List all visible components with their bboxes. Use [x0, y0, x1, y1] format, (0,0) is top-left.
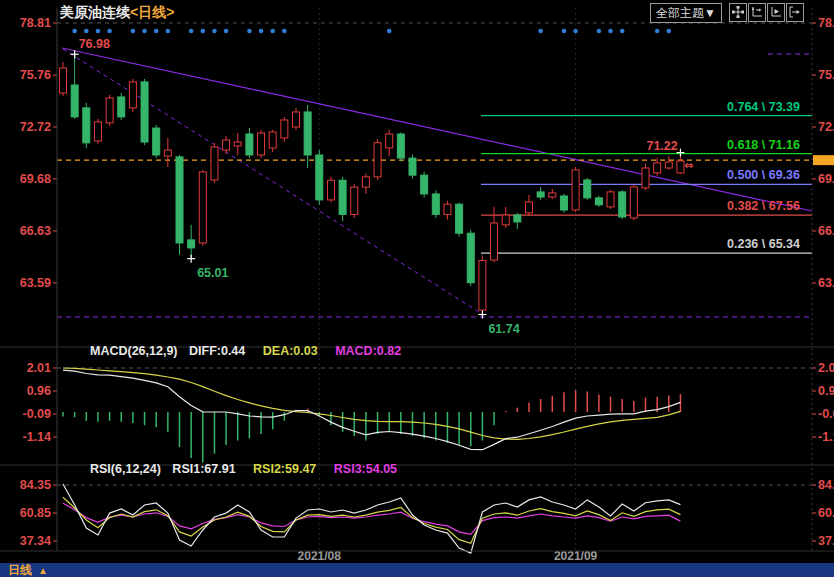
signal-dot	[597, 29, 602, 34]
pan-tool-button[interactable]	[729, 3, 747, 22]
candle-body	[223, 140, 230, 150]
candle-body	[246, 134, 253, 155]
candle-body	[386, 134, 393, 148]
candle-body	[584, 180, 591, 198]
signal-dot	[620, 29, 625, 34]
macd-macd-value: MACD:0.82	[335, 344, 401, 358]
candle-body	[94, 122, 101, 141]
axis-label-right: -1.14	[818, 430, 834, 444]
bottom-status-bar: 日线▲	[0, 563, 834, 577]
signal-dot	[84, 29, 89, 34]
rsi2-value: RSI2:59.47	[253, 462, 316, 476]
candle-body	[630, 187, 637, 218]
candle-body	[339, 180, 346, 214]
price-annotation: 61.74	[488, 322, 519, 336]
signal-dot	[224, 29, 229, 34]
signal-dot	[270, 29, 275, 34]
compress-time-axis-button[interactable]	[748, 3, 766, 22]
candle-body	[188, 240, 195, 248]
axis-label-left: -1.14	[23, 430, 52, 444]
candle-body	[444, 204, 451, 214]
rsi2-line	[63, 497, 680, 543]
candle-body	[595, 198, 602, 205]
signal-dot	[562, 29, 567, 34]
macd-diff-value: DIFF:0.44	[189, 344, 245, 358]
rsi1-line	[63, 484, 680, 553]
fib-label: 0.618 \ 71.16	[727, 138, 800, 152]
candle-body	[211, 147, 218, 180]
macd-label-row: MACD(26,12,9) DIFF:0.44 DEA:0.03 MACD:0.…	[90, 344, 401, 358]
double-arrow-marker: ⇔	[684, 159, 693, 172]
macd-dea-value: DEA:0.03	[263, 344, 318, 358]
themes-dropdown-button[interactable]: 全部主题▼	[650, 3, 722, 23]
signal-dot	[667, 29, 672, 34]
period-tab-daily[interactable]: 日线▲	[8, 563, 48, 577]
axis-label-right: 37.34	[818, 534, 834, 548]
axis-label-left: 84.35	[20, 478, 51, 492]
candle-body	[234, 142, 241, 146]
pan-tool-icon	[732, 6, 744, 18]
candle-body	[572, 170, 579, 210]
axis-label-right: 60.85	[818, 506, 834, 520]
axis-label-right: 2.01	[818, 361, 834, 375]
candle-body	[549, 193, 556, 197]
signal-dot	[573, 29, 578, 34]
axis-label-right: 66.63	[818, 224, 834, 238]
expand-time-axis-button[interactable]	[767, 3, 785, 22]
axis-label-right: 0.96	[818, 384, 834, 398]
price-annotation: 76.98	[79, 37, 110, 51]
candle-body	[258, 133, 265, 155]
candle-body	[560, 196, 567, 210]
candle-body	[421, 175, 428, 194]
candle-body	[374, 143, 381, 177]
candle-body	[677, 161, 684, 173]
price-annotation: 65.01	[197, 266, 228, 280]
period-tab-label: 日线	[8, 563, 32, 577]
candle-body	[304, 112, 311, 155]
axis-label-left: 75.76	[20, 68, 51, 82]
signal-dot	[154, 29, 159, 34]
chevron-up-icon: ▲	[38, 565, 48, 576]
jump-latest-icon	[789, 6, 801, 18]
candle-body	[71, 85, 78, 117]
rsi-params-label: RSI(6,12,24)	[90, 462, 161, 476]
candle-body	[607, 192, 614, 207]
candle-body	[351, 187, 358, 214]
axis-label-right: -0.09	[818, 407, 834, 421]
axis-label-right: 84.35	[818, 478, 834, 492]
candle-body	[164, 150, 171, 156]
jump-latest-button[interactable]	[786, 3, 804, 22]
candle-body	[106, 98, 113, 123]
axis-label-left: 37.34	[20, 534, 51, 548]
candle-body	[665, 162, 672, 168]
candle-body	[141, 82, 148, 142]
signal-dot	[247, 29, 252, 34]
axis-label-right: 69.68	[818, 172, 834, 186]
axis-label-right: 78.81	[818, 16, 834, 30]
instrument-name: 美原油连续	[60, 4, 130, 20]
candle-body	[502, 215, 509, 225]
candle-body	[397, 134, 404, 158]
axis-label-left: 2.01	[27, 361, 51, 375]
candle-body	[491, 223, 498, 260]
signal-dot	[96, 29, 101, 34]
signal-dot	[189, 29, 194, 34]
signal-dot	[259, 29, 264, 34]
chart-canvas[interactable]: 2021/082021/090.764 \ 73.390.618 \ 71.16…	[0, 0, 834, 577]
candle-body	[654, 163, 661, 173]
candle-body	[642, 168, 649, 188]
axis-label-left: 78.81	[20, 16, 51, 30]
candle-body	[619, 192, 626, 217]
candle-body	[293, 112, 300, 127]
signal-dot	[282, 29, 287, 34]
fib-label: 0.500 \ 69.36	[727, 168, 800, 182]
axis-label-right: 63.59	[818, 276, 834, 290]
signal-dot	[212, 29, 217, 34]
instrument-title: 美原油连续<日线>	[60, 4, 174, 22]
axis-label-left: 69.68	[20, 172, 51, 186]
candle-body	[456, 204, 463, 233]
fib-label: 0.764 \ 73.39	[727, 100, 800, 114]
axis-label-left: 72.72	[20, 120, 51, 134]
signal-dot	[655, 29, 660, 34]
candle-body	[537, 192, 544, 197]
